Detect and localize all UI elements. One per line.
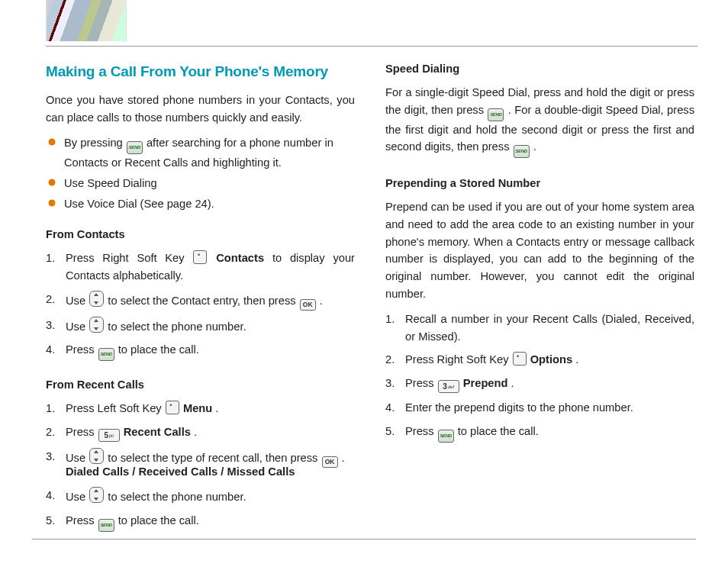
text: to select the phone number.: [108, 491, 246, 503]
text: Press: [66, 343, 98, 356]
list-item: Press SEND to place the call.: [385, 423, 694, 443]
text: .: [194, 426, 197, 438]
list-item: Press SEND to place the call.: [46, 512, 355, 532]
ok-key-icon: OK: [322, 456, 338, 468]
right-column: Speed Dialing For a single-digit Speed D…: [385, 60, 694, 547]
list-item: Use to select the type of recent call, t…: [46, 448, 355, 481]
key-label: Prepend: [463, 377, 508, 389]
page-title: Making a Call From Your Phone's Memory: [46, 60, 355, 82]
text: Press Right Soft Key: [66, 252, 192, 264]
list-item: Use to select the Contact entry, then pr…: [46, 291, 355, 311]
intro-bullets: By pressing SEND after searching for a p…: [46, 134, 355, 212]
text: .: [320, 295, 323, 307]
text: Press: [405, 377, 437, 389]
text: to place the call.: [118, 343, 199, 356]
list-item: Enter the prepend digits to the phone nu…: [385, 399, 694, 417]
text: Use: [66, 491, 89, 503]
section-heading: From Recent Calls: [46, 376, 355, 394]
text: Press: [66, 426, 98, 438]
text: .: [533, 140, 536, 153]
section-heading: Prepending a Stored Number: [385, 175, 694, 192]
intro-text: Once you have stored phone numbers in yo…: [46, 92, 355, 127]
section-heading: Speed Dialing: [385, 60, 694, 78]
text: .: [342, 452, 345, 464]
right-soft-key-icon: [513, 352, 527, 366]
list-item: By pressing SEND after searching for a p…: [46, 134, 355, 172]
text: Press Right Soft Key: [405, 353, 512, 366]
nav-key-icon: [89, 487, 104, 503]
speed-dial-text: For a single-digit Speed Dial, press and…: [385, 84, 694, 159]
key-label: Menu: [183, 402, 212, 414]
text: .: [575, 353, 578, 366]
list-item: Use to select the phone number.: [46, 317, 355, 336]
nav-key-icon: [89, 317, 104, 333]
text: to select the phone number.: [108, 320, 246, 333]
send-key-icon: SEND: [98, 519, 114, 532]
three-key-icon: 3def: [438, 380, 459, 393]
ok-key-icon: OK: [300, 299, 316, 311]
chapter-image: [46, 0, 127, 41]
list-item: Press 3def Prepend .: [385, 375, 694, 393]
text: to select the type of recent call, then …: [108, 452, 321, 464]
text: By pressing: [64, 137, 126, 149]
page-header: [0, 0, 728, 47]
list-item: Press Right Soft Key Contacts to display…: [46, 250, 355, 285]
nav-key-icon: [89, 291, 104, 307]
left-soft-key-icon: [166, 401, 179, 414]
text: Press: [66, 514, 98, 527]
text: to place the call.: [118, 514, 199, 527]
list-item: Recall a number in your Recent Calls (Di…: [385, 311, 694, 346]
text: .: [511, 377, 514, 389]
text: .: [215, 402, 218, 414]
left-column: Making a Call From Your Phone's Memory O…: [46, 60, 355, 547]
nav-key-icon: [89, 448, 104, 464]
from-contacts-steps: Press Right Soft Key Contacts to display…: [46, 250, 355, 361]
text: Press: [405, 425, 437, 437]
text: Use: [66, 320, 89, 333]
text: Press Left Soft Key: [66, 402, 165, 414]
send-key-icon: SEND: [514, 145, 530, 158]
from-recent-calls-steps: Press Left Soft Key Menu . Press 5jkl Re…: [46, 400, 355, 531]
list-item: Use to select the phone number.: [46, 487, 355, 506]
page-body: Making a Call From Your Phone's Memory O…: [0, 47, 728, 547]
send-key-icon: SEND: [488, 108, 504, 121]
section-heading: From Contacts: [46, 226, 355, 243]
prepend-steps: Recall a number in your Recent Calls (Di…: [385, 311, 694, 443]
call-types: Dialed Calls / Received Calls / Missed C…: [66, 463, 355, 481]
list-item: Press SEND to place the call.: [46, 341, 355, 361]
text: to place the call.: [458, 425, 539, 437]
text: to select the Contact entry, then press: [108, 295, 298, 307]
list-item: Use Speed Dialing: [46, 175, 355, 192]
key-label: Options: [530, 353, 572, 366]
five-key-icon: 5jkl: [98, 429, 120, 442]
key-label: Contacts: [216, 252, 264, 264]
text: Use: [66, 295, 89, 307]
list-item: Press Left Soft Key Menu .: [46, 400, 355, 417]
list-item: Press Right Soft Key Options .: [385, 351, 694, 369]
text: Use: [66, 452, 89, 464]
footer-rule: [32, 539, 696, 540]
send-key-icon: SEND: [98, 348, 114, 361]
send-key-icon: SEND: [127, 141, 143, 154]
right-soft-key-icon: [193, 250, 207, 264]
key-label: Recent Calls: [124, 426, 191, 438]
prepend-text: Prepend can be used if you are out of yo…: [385, 198, 694, 303]
list-item: Press 5jkl Recent Calls .: [46, 424, 355, 442]
list-item: Use Voice Dial (See page 24).: [46, 195, 355, 213]
send-key-icon: SEND: [438, 430, 454, 443]
